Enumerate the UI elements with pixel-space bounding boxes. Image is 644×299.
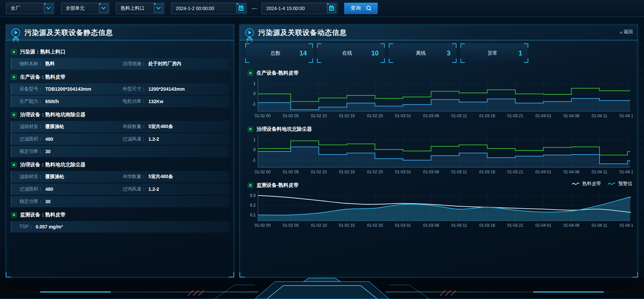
date-to-input[interactable]: 2024-1-4 15:00:00 [262, 3, 337, 14]
info-row: 滤袋材质：覆膜涤纶布华数量：5室共480条 [11, 171, 229, 182]
info-cell: 滤袋材质：覆膜涤纶 [19, 174, 123, 180]
chart-title-row: 生产设备-熟料皮带 [248, 69, 632, 77]
info-cell: 过滤风速：1.2-2 [123, 136, 226, 142]
info-row: TSP：0.057 mg/m³ [11, 221, 229, 232]
svg-text:01-04 11: 01-04 11 [592, 223, 607, 228]
select-pollution-source-value: 熟料上料口 [121, 5, 144, 11]
section-header: 监测设备：熟料皮带 [11, 210, 229, 220]
chart-block-production: 生产设备-熟料皮带 01-02 0001-02 0501-02 1001-02 … [248, 69, 632, 120]
info-value: 1.2-2 [149, 136, 159, 142]
svg-text:01-02 05: 01-02 05 [283, 170, 299, 174]
svg-text:01-02 10: 01-02 10 [311, 170, 327, 174]
info-row: 额定功率：30 [11, 196, 229, 207]
static-info-panel-header: 污染源及关联设备静态信息 [6, 25, 234, 40]
info-value: TDB1200*204143mm [45, 86, 91, 92]
svg-text:01-04 06: 01-04 06 [564, 114, 580, 118]
svg-text:01-02 10: 01-02 10 [311, 114, 327, 118]
svg-text:01-02 00: 01-02 00 [255, 114, 271, 118]
dynamic-info-panel-title: 污染源及关联设备动态信息 [258, 28, 347, 37]
legend-item[interactable]: 预警信 [608, 181, 632, 187]
svg-text:01-02 00: 01-02 00 [255, 223, 271, 228]
back-button-label: 返回 [624, 29, 633, 35]
date-from-input[interactable]: 2024-1-2 00:00:00 [171, 3, 247, 14]
back-button[interactable]: « 返回 [620, 29, 633, 35]
svg-text:01-03 16: 01-03 16 [479, 223, 495, 228]
chart-title-row: 监测设备-熟料皮带 熟料皮带 预警信 [248, 181, 632, 189]
info-cell: 布华数量：5室共480条 [123, 174, 226, 180]
section-title: 污染源：熟料上料口 [20, 49, 65, 55]
stat-label: 异常 [487, 50, 497, 56]
svg-text:01-03 11: 01-03 11 [451, 170, 467, 174]
calendar-icon[interactable] [236, 4, 245, 13]
stat-label: 在线 [342, 50, 352, 56]
svg-text:01-03 06: 01-03 06 [423, 114, 439, 118]
date-from-value: 2024-1-2 00:00:00 [176, 6, 214, 11]
svg-text:01-03 21: 01-03 21 [507, 114, 524, 118]
info-value: 5室共480条 [149, 124, 173, 130]
info-row: 过滤面积：480过鸿风速：1.2-2 [11, 183, 229, 195]
select-unit-value: 全部单元 [66, 5, 85, 11]
search-icon [366, 6, 371, 11]
query-button[interactable]: 查询 [344, 3, 378, 14]
device-stats-row: 总数 14 在线 10 离线 3 异常 1 [245, 43, 528, 63]
select-unit[interactable]: 全部单元 [61, 3, 109, 14]
date-to-value: 2024-1-4 15:00:00 [266, 6, 305, 11]
svg-text:01-04 15: 01-04 15 [620, 223, 633, 228]
info-row: 生产能力：650t/h电机功率：132Kw [11, 96, 229, 107]
svg-text:01-02 10: 01-02 10 [311, 223, 327, 228]
section-header: 污染源：熟料上料口 [11, 47, 229, 57]
info-value: 132Kw [149, 99, 163, 104]
info-value: 30 [45, 199, 51, 204]
play-circle-icon [245, 28, 254, 37]
info-value: 480 [45, 186, 53, 192]
green-square-icon [11, 49, 16, 54]
svg-text:1: 1 [253, 81, 256, 86]
info-label: 过鸿风速： [123, 186, 146, 192]
stat-box-online: 在线 10 [317, 43, 385, 63]
stat-label: 离线 [416, 50, 426, 56]
svg-text:01-03 16: 01-03 16 [479, 170, 495, 174]
stat-box-offline: 离线 3 [389, 43, 457, 63]
chart-block-monitoring: 监测设备-熟料皮带 熟料皮带 预警信 01-02 0001-02 0501-02… [248, 181, 632, 229]
info-cell: 设备型号：TDB1200*204143mm [19, 86, 123, 92]
svg-text:1: 1 [253, 137, 256, 142]
info-row: 设备型号：TDB1200*204143mm外型尺寸：1200*204143mm [11, 83, 229, 95]
svg-text:01-03 11: 01-03 11 [451, 114, 467, 118]
calendar-icon[interactable] [327, 4, 336, 13]
svg-text:01-03 06: 01-03 06 [423, 223, 439, 228]
svg-text:01-04 01: 01-04 01 [535, 223, 551, 228]
chevron-down-icon [154, 4, 163, 13]
info-cell: 过滤面积：480 [19, 136, 123, 142]
play-circle-icon [11, 28, 20, 37]
info-value: 1.2-2 [149, 186, 159, 192]
svg-text:01-04 01: 01-04 01 [535, 170, 551, 174]
select-plant[interactable]: 全厂 [6, 3, 54, 14]
chart-block-treatment: 治理设备料地坑北除尘器 01-02 0001-02 0501-02 1001-0… [248, 125, 632, 176]
svg-text:-1: -1 [252, 158, 256, 163]
info-value: 覆膜涤纶 [45, 174, 64, 180]
select-pollution-source[interactable]: 熟料上料口 [116, 3, 164, 14]
green-square-icon [11, 212, 16, 217]
legend-item[interactable]: 熟料皮带 [572, 181, 601, 187]
stat-label: 总数 [270, 50, 280, 56]
static-info-list: 污染源：熟料上料口物料名称：熟料治理措施：处于封闭厂房内生产设备：熟料皮带设备型… [6, 40, 234, 232]
svg-text:01-02 20: 01-02 20 [367, 114, 383, 118]
info-value: 30 [45, 149, 51, 154]
stat-box-total: 总数 14 [245, 43, 313, 63]
svg-text:01-04 15: 01-04 15 [620, 170, 633, 174]
chart-title: 监测设备-熟料皮带 [257, 182, 299, 188]
svg-text:01-03 11: 01-03 11 [451, 223, 467, 228]
svg-text:01-03 01: 01-03 01 [395, 223, 411, 228]
info-label: 外型尺寸： [123, 86, 146, 92]
info-label: 布华数量： [123, 174, 146, 180]
date-range-separator: — [252, 5, 257, 11]
stat-value: 14 [300, 49, 307, 57]
info-label: 滤袋材质： [19, 174, 43, 180]
legend-label: 预警信 [618, 181, 632, 187]
green-square-icon [11, 112, 16, 117]
info-value: 熟料 [45, 61, 55, 67]
svg-text:01-02 15: 01-02 15 [339, 170, 355, 174]
green-square-icon [11, 162, 16, 167]
info-row: 额定功率：30 [11, 146, 229, 157]
svg-text:01-02 15: 01-02 15 [339, 114, 355, 118]
